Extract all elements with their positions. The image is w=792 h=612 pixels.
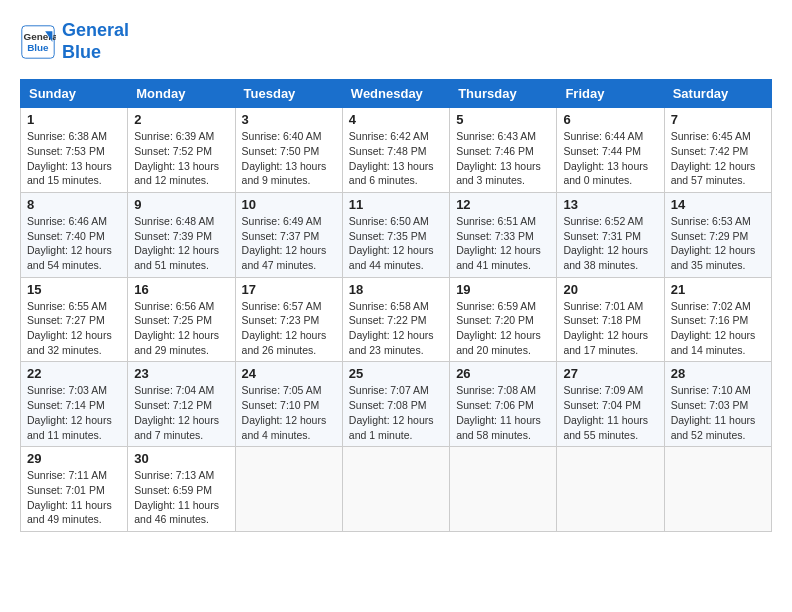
calendar-cell: 10Sunrise: 6:49 AM Sunset: 7:37 PM Dayli… [235,192,342,277]
col-header-sunday: Sunday [21,80,128,108]
calendar-cell: 27Sunrise: 7:09 AM Sunset: 7:04 PM Dayli… [557,362,664,447]
svg-text:Blue: Blue [27,42,49,53]
col-header-saturday: Saturday [664,80,771,108]
calendar-cell: 20Sunrise: 7:01 AM Sunset: 7:18 PM Dayli… [557,277,664,362]
day-info: Sunrise: 6:57 AM Sunset: 7:23 PM Dayligh… [242,299,336,358]
calendar-cell: 1Sunrise: 6:38 AM Sunset: 7:53 PM Daylig… [21,108,128,193]
day-number: 6 [563,112,657,127]
calendar-cell: 21Sunrise: 7:02 AM Sunset: 7:16 PM Dayli… [664,277,771,362]
logo-text: General Blue [62,20,129,63]
day-info: Sunrise: 6:40 AM Sunset: 7:50 PM Dayligh… [242,129,336,188]
day-info: Sunrise: 7:11 AM Sunset: 7:01 PM Dayligh… [27,468,121,527]
day-info: Sunrise: 6:38 AM Sunset: 7:53 PM Dayligh… [27,129,121,188]
day-number: 28 [671,366,765,381]
day-info: Sunrise: 7:04 AM Sunset: 7:12 PM Dayligh… [134,383,228,442]
calendar-cell [557,447,664,532]
calendar-cell [342,447,449,532]
calendar-week-2: 8Sunrise: 6:46 AM Sunset: 7:40 PM Daylig… [21,192,772,277]
page-header: General Blue General Blue [20,20,772,63]
calendar-cell: 7Sunrise: 6:45 AM Sunset: 7:42 PM Daylig… [664,108,771,193]
calendar-cell: 11Sunrise: 6:50 AM Sunset: 7:35 PM Dayli… [342,192,449,277]
day-number: 9 [134,197,228,212]
calendar-table: SundayMondayTuesdayWednesdayThursdayFrid… [20,79,772,532]
day-info: Sunrise: 6:48 AM Sunset: 7:39 PM Dayligh… [134,214,228,273]
calendar-cell: 8Sunrise: 6:46 AM Sunset: 7:40 PM Daylig… [21,192,128,277]
day-info: Sunrise: 6:45 AM Sunset: 7:42 PM Dayligh… [671,129,765,188]
day-number: 8 [27,197,121,212]
calendar-cell: 2Sunrise: 6:39 AM Sunset: 7:52 PM Daylig… [128,108,235,193]
logo-blue: Blue [62,42,101,62]
calendar-cell: 14Sunrise: 6:53 AM Sunset: 7:29 PM Dayli… [664,192,771,277]
day-number: 10 [242,197,336,212]
day-info: Sunrise: 6:59 AM Sunset: 7:20 PM Dayligh… [456,299,550,358]
day-number: 22 [27,366,121,381]
day-number: 11 [349,197,443,212]
day-info: Sunrise: 6:44 AM Sunset: 7:44 PM Dayligh… [563,129,657,188]
logo: General Blue General Blue [20,20,129,63]
day-number: 15 [27,282,121,297]
calendar-cell [450,447,557,532]
day-info: Sunrise: 6:39 AM Sunset: 7:52 PM Dayligh… [134,129,228,188]
day-info: Sunrise: 7:02 AM Sunset: 7:16 PM Dayligh… [671,299,765,358]
day-number: 4 [349,112,443,127]
day-number: 12 [456,197,550,212]
day-number: 5 [456,112,550,127]
calendar-cell: 28Sunrise: 7:10 AM Sunset: 7:03 PM Dayli… [664,362,771,447]
day-info: Sunrise: 7:10 AM Sunset: 7:03 PM Dayligh… [671,383,765,442]
logo-general: General [62,20,129,40]
day-info: Sunrise: 7:05 AM Sunset: 7:10 PM Dayligh… [242,383,336,442]
calendar-cell: 29Sunrise: 7:11 AM Sunset: 7:01 PM Dayli… [21,447,128,532]
day-number: 25 [349,366,443,381]
day-number: 17 [242,282,336,297]
calendar-cell: 12Sunrise: 6:51 AM Sunset: 7:33 PM Dayli… [450,192,557,277]
day-info: Sunrise: 6:43 AM Sunset: 7:46 PM Dayligh… [456,129,550,188]
day-info: Sunrise: 7:09 AM Sunset: 7:04 PM Dayligh… [563,383,657,442]
day-info: Sunrise: 6:46 AM Sunset: 7:40 PM Dayligh… [27,214,121,273]
day-info: Sunrise: 6:51 AM Sunset: 7:33 PM Dayligh… [456,214,550,273]
day-info: Sunrise: 6:58 AM Sunset: 7:22 PM Dayligh… [349,299,443,358]
col-header-wednesday: Wednesday [342,80,449,108]
calendar-cell: 4Sunrise: 6:42 AM Sunset: 7:48 PM Daylig… [342,108,449,193]
calendar-cell [235,447,342,532]
logo-icon: General Blue [20,24,56,60]
day-number: 24 [242,366,336,381]
day-info: Sunrise: 7:13 AM Sunset: 6:59 PM Dayligh… [134,468,228,527]
day-info: Sunrise: 6:42 AM Sunset: 7:48 PM Dayligh… [349,129,443,188]
day-number: 1 [27,112,121,127]
day-number: 23 [134,366,228,381]
col-header-thursday: Thursday [450,80,557,108]
day-number: 3 [242,112,336,127]
calendar-cell: 15Sunrise: 6:55 AM Sunset: 7:27 PM Dayli… [21,277,128,362]
calendar-cell: 23Sunrise: 7:04 AM Sunset: 7:12 PM Dayli… [128,362,235,447]
calendar-cell: 18Sunrise: 6:58 AM Sunset: 7:22 PM Dayli… [342,277,449,362]
day-info: Sunrise: 6:49 AM Sunset: 7:37 PM Dayligh… [242,214,336,273]
day-info: Sunrise: 7:07 AM Sunset: 7:08 PM Dayligh… [349,383,443,442]
day-info: Sunrise: 7:08 AM Sunset: 7:06 PM Dayligh… [456,383,550,442]
calendar-week-4: 22Sunrise: 7:03 AM Sunset: 7:14 PM Dayli… [21,362,772,447]
calendar-week-5: 29Sunrise: 7:11 AM Sunset: 7:01 PM Dayli… [21,447,772,532]
day-number: 14 [671,197,765,212]
calendar-cell: 24Sunrise: 7:05 AM Sunset: 7:10 PM Dayli… [235,362,342,447]
day-info: Sunrise: 6:55 AM Sunset: 7:27 PM Dayligh… [27,299,121,358]
calendar-cell: 5Sunrise: 6:43 AM Sunset: 7:46 PM Daylig… [450,108,557,193]
calendar-cell: 25Sunrise: 7:07 AM Sunset: 7:08 PM Dayli… [342,362,449,447]
calendar-cell: 26Sunrise: 7:08 AM Sunset: 7:06 PM Dayli… [450,362,557,447]
day-number: 13 [563,197,657,212]
day-number: 18 [349,282,443,297]
day-info: Sunrise: 6:56 AM Sunset: 7:25 PM Dayligh… [134,299,228,358]
day-number: 27 [563,366,657,381]
calendar-cell: 13Sunrise: 6:52 AM Sunset: 7:31 PM Dayli… [557,192,664,277]
calendar-cell: 3Sunrise: 6:40 AM Sunset: 7:50 PM Daylig… [235,108,342,193]
calendar-cell: 16Sunrise: 6:56 AM Sunset: 7:25 PM Dayli… [128,277,235,362]
col-header-tuesday: Tuesday [235,80,342,108]
day-number: 30 [134,451,228,466]
calendar-cell: 19Sunrise: 6:59 AM Sunset: 7:20 PM Dayli… [450,277,557,362]
day-number: 7 [671,112,765,127]
col-header-monday: Monday [128,80,235,108]
day-number: 2 [134,112,228,127]
day-number: 16 [134,282,228,297]
day-info: Sunrise: 7:03 AM Sunset: 7:14 PM Dayligh… [27,383,121,442]
day-info: Sunrise: 6:50 AM Sunset: 7:35 PM Dayligh… [349,214,443,273]
day-info: Sunrise: 6:52 AM Sunset: 7:31 PM Dayligh… [563,214,657,273]
calendar-cell: 30Sunrise: 7:13 AM Sunset: 6:59 PM Dayli… [128,447,235,532]
